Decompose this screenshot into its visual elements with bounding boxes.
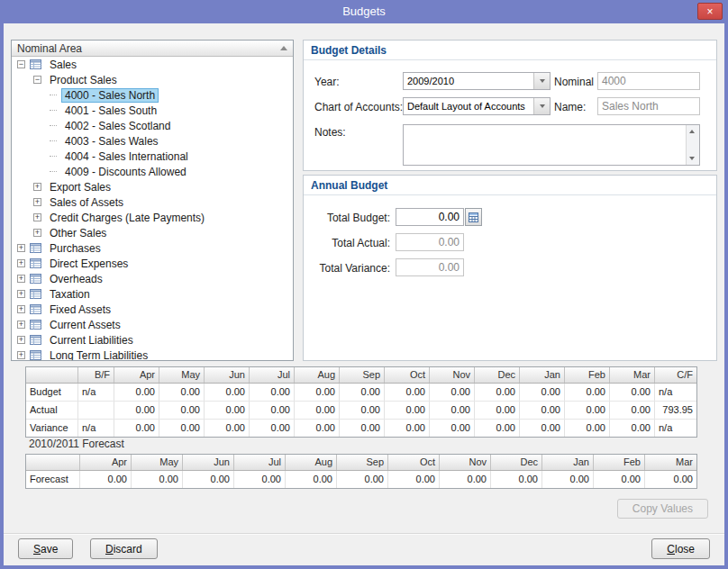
dropdown-button[interactable] [533, 73, 550, 89]
grid-cell[interactable]: 0.00 [565, 384, 610, 401]
close-dialog-button[interactable]: Close [651, 538, 710, 559]
grid-cell[interactable]: 0.00 [80, 471, 132, 488]
collapse-icon[interactable]: − [33, 76, 41, 84]
column-header[interactable]: Feb [565, 367, 610, 383]
column-header[interactable]: Sep [340, 367, 385, 383]
total-budget-field[interactable]: 0.00 [396, 208, 464, 226]
grid-cell[interactable]: 0.00 [385, 384, 430, 401]
grid-cell[interactable]: 0.00 [205, 384, 250, 401]
column-header[interactable]: May [159, 367, 205, 383]
expand-icon[interactable]: + [33, 198, 41, 206]
collapse-icon[interactable]: − [17, 60, 25, 68]
save-button[interactable]: Save [18, 538, 73, 559]
tree-item-16[interactable]: +Fixed Assets [12, 302, 293, 317]
column-header[interactable]: Nov [440, 455, 491, 470]
tree-item-10[interactable]: +Credit Charges (Late Payments) [12, 210, 293, 225]
column-header[interactable]: Apr [114, 367, 159, 383]
expand-icon[interactable]: + [17, 290, 25, 298]
column-header[interactable]: Nov [430, 367, 475, 383]
grid-cell[interactable]: 0.00 [475, 384, 520, 401]
tree-item-7[interactable]: 4009 - Discounts Allowed [12, 164, 293, 179]
expand-icon[interactable]: + [17, 244, 25, 252]
tree-item-9[interactable]: +Sales of Assets [12, 194, 293, 210]
expand-icon[interactable]: + [17, 336, 25, 344]
column-header[interactable]: Oct [385, 367, 430, 383]
column-header[interactable] [26, 367, 78, 383]
close-button[interactable]: × [697, 3, 723, 20]
column-header[interactable]: Jul [234, 455, 286, 470]
grid-cell[interactable]: 0.00 [132, 471, 183, 488]
tree-item-4[interactable]: 4002 - Sales Scotland [12, 118, 293, 133]
grid-cell[interactable]: 0.00 [645, 471, 696, 488]
grid-cell[interactable]: 0.00 [430, 384, 475, 401]
column-header[interactable]: Aug [286, 455, 337, 470]
grid-cell[interactable]: 0.00 [388, 471, 440, 488]
tree-item-17[interactable]: +Current Assets [12, 317, 293, 332]
column-header[interactable]: Aug [295, 367, 340, 383]
grid-cell[interactable]: 0.00 [520, 384, 565, 401]
tree-item-8[interactable]: +Export Sales [12, 179, 293, 194]
tree-item-14[interactable]: +Overheads [12, 271, 293, 286]
expand-icon[interactable]: + [17, 351, 25, 359]
grid-cell[interactable]: 0.00 [594, 471, 645, 488]
column-header[interactable]: Dec [491, 455, 542, 470]
dropdown-button[interactable] [533, 98, 550, 114]
tree-item-12[interactable]: +Purchases [12, 240, 293, 256]
column-header[interactable]: Oct [388, 455, 440, 470]
grid-cell[interactable]: 0.00 [234, 471, 286, 488]
grid-cell[interactable]: 0.00 [295, 384, 340, 401]
column-header[interactable] [26, 455, 80, 470]
column-header[interactable]: Jan [542, 455, 594, 470]
grid-cell[interactable]: 0.00 [159, 384, 205, 401]
grid-cell[interactable]: 0.00 [286, 471, 337, 488]
expand-icon[interactable]: + [33, 229, 41, 237]
discard-button[interactable]: Discard [90, 538, 158, 559]
column-header[interactable]: Feb [594, 455, 645, 470]
expand-icon[interactable]: + [33, 183, 41, 191]
grid-cell[interactable]: 0.00 [542, 471, 594, 488]
title-bar[interactable]: Budgets × [0, 0, 728, 23]
tree-item-3[interactable]: 4001 - Sales South [12, 103, 293, 118]
column-header[interactable]: Dec [475, 367, 520, 383]
expand-icon[interactable]: + [33, 213, 41, 221]
grid-cell[interactable]: 0.00 [340, 384, 385, 401]
tree-column-header[interactable]: Nominal Area [12, 41, 293, 57]
column-header[interactable]: C/F [655, 367, 696, 383]
notes-field[interactable] [403, 124, 700, 166]
tree-item-13[interactable]: +Direct Expenses [12, 256, 293, 271]
tree-item-2[interactable]: 4000 - Sales North [12, 87, 293, 103]
column-header[interactable]: Jul [250, 367, 295, 383]
column-header[interactable]: May [132, 455, 183, 470]
grid-cell[interactable]: 0.00 [250, 384, 295, 401]
year-combobox[interactable]: 2009/2010 [403, 72, 551, 90]
grid-cell[interactable]: 0.00 [183, 471, 234, 488]
grid-cell[interactable]: 0.00 [114, 384, 159, 401]
tree-item-6[interactable]: 4004 - Sales International [12, 149, 293, 164]
grid-cell[interactable]: n/a [78, 384, 114, 401]
column-header[interactable]: Jan [520, 367, 565, 383]
column-header[interactable]: Apr [80, 455, 132, 470]
tree-item-11[interactable]: +Other Sales [12, 225, 293, 240]
tree-item-1[interactable]: −Product Sales [12, 72, 293, 87]
tree-item-19[interactable]: +Long Term Liabilities [12, 348, 293, 360]
tree-item-0[interactable]: −Sales [12, 57, 293, 72]
column-header[interactable]: Jun [183, 455, 234, 470]
expand-icon[interactable]: + [17, 259, 25, 267]
tree-item-5[interactable]: 4003 - Sales Wales [12, 133, 293, 149]
notes-scrollbar[interactable] [686, 125, 699, 165]
grid-cell[interactable]: 0.00 [440, 471, 491, 488]
chart-of-accounts-combobox[interactable]: Default Layout of Accounts [403, 97, 551, 115]
tree-item-15[interactable]: +Taxation [12, 286, 293, 302]
tree-item-18[interactable]: +Current Liabilities [12, 332, 293, 348]
grid-cell[interactable]: 0.00 [337, 471, 388, 488]
column-header[interactable]: Mar [645, 455, 696, 470]
grid-cell[interactable]: 0.00 [610, 384, 655, 401]
expand-icon[interactable]: + [17, 321, 25, 329]
grid-cell[interactable]: 0.00 [491, 471, 542, 488]
column-header[interactable]: Mar [610, 367, 655, 383]
calculator-button[interactable] [465, 208, 482, 226]
expand-icon[interactable]: + [17, 305, 25, 313]
column-header[interactable]: Jun [205, 367, 250, 383]
column-header[interactable]: Sep [337, 455, 388, 470]
grid-cell[interactable]: n/a [655, 384, 696, 401]
